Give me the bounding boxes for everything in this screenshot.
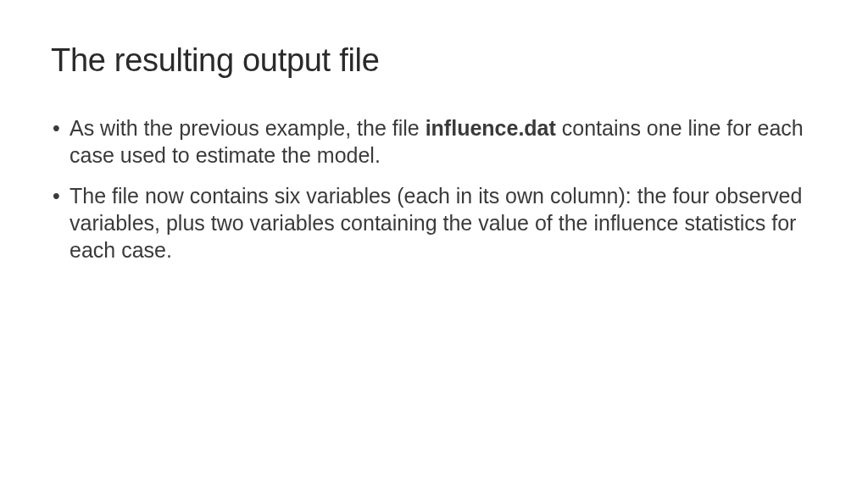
slide-title: The resulting output file: [51, 42, 817, 79]
list-item: As with the previous example, the file i…: [51, 114, 817, 169]
bullet-text-bold: influence.dat: [426, 116, 556, 140]
list-item: The file now contains six variables (eac…: [51, 182, 817, 263]
bullet-text-before: The file now contains six variables (eac…: [70, 184, 802, 262]
bullet-list: As with the previous example, the file i…: [51, 114, 817, 263]
bullet-text-before: As with the previous example, the file: [70, 116, 426, 140]
